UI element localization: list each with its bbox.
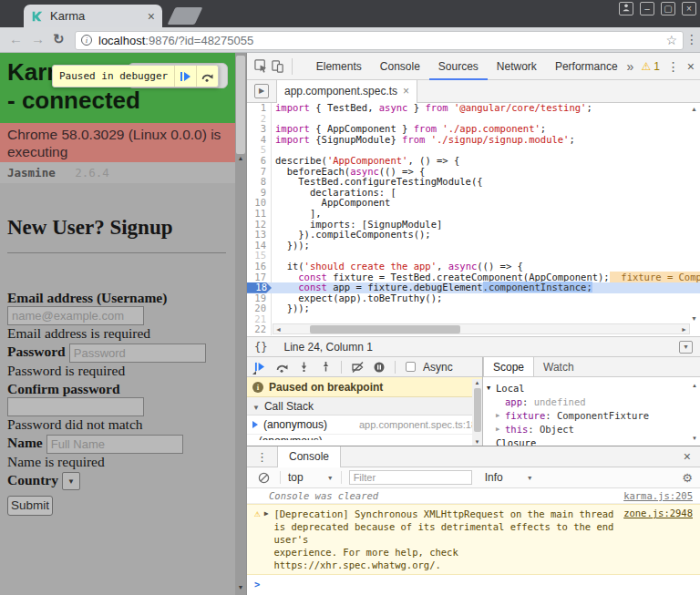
devtools-tab-performance[interactable]: Performance xyxy=(546,53,627,80)
line-number[interactable]: 16 xyxy=(247,262,272,272)
forward-icon[interactable]: → xyxy=(31,31,45,46)
file-tab[interactable]: app.component.spec.ts× xyxy=(276,80,417,103)
overlay-step-over-button[interactable] xyxy=(196,66,218,87)
minimize-icon[interactable]: – xyxy=(640,2,654,15)
browser-menu-icon[interactable]: ⋮ xyxy=(685,32,698,46)
scroll-up-icon[interactable]: ▲ xyxy=(691,106,697,112)
code-text[interactable]: import { TestBed, async } from '@angular… xyxy=(272,103,592,114)
page-scrollbar[interactable]: ▲ ▼ xyxy=(235,53,246,595)
scope-section-local[interactable]: ▼Local xyxy=(487,381,700,395)
confirm-password-field[interactable] xyxy=(7,397,144,416)
overlay-resume-button[interactable] xyxy=(174,66,196,87)
code-text[interactable]: import {SignupModule} from './signup/sig… xyxy=(272,135,575,146)
tab-scope[interactable]: Scope xyxy=(483,357,534,376)
scroll-down-icon[interactable]: ▼ xyxy=(691,315,697,322)
panel-toggle-icon[interactable]: ▼ xyxy=(679,341,693,354)
close-icon[interactable]: × xyxy=(682,2,696,15)
line-number[interactable]: 4 xyxy=(247,135,272,146)
scroll-right-icon[interactable]: ► xyxy=(681,326,687,333)
line-number[interactable]: 22 xyxy=(247,324,272,335)
console-tab[interactable]: Console xyxy=(277,446,341,467)
devtools-tab-network[interactable]: Network xyxy=(488,53,546,80)
console-settings-gear-icon[interactable]: ⚙ xyxy=(682,471,693,485)
line-number[interactable]: 8 xyxy=(247,177,272,188)
show-navigator-icon[interactable]: ▶ xyxy=(254,84,269,98)
step-over-button[interactable] xyxy=(273,360,291,374)
drawer-close-icon[interactable]: × xyxy=(684,449,700,464)
line-number[interactable]: 7 xyxy=(247,167,272,178)
country-select[interactable]: ▼ xyxy=(62,472,80,490)
expand-icon[interactable]: ▶ xyxy=(496,426,505,433)
device-toolbar-icon[interactable] xyxy=(269,57,285,76)
devtools-tab-elements[interactable]: Elements xyxy=(307,53,371,80)
reload-icon[interactable]: ↻ xyxy=(53,31,65,47)
call-stack-scrollbar[interactable]: ▲ ▼ xyxy=(472,379,482,446)
log-level-selector[interactable]: Info▼ xyxy=(485,471,533,484)
drawer-menu-icon[interactable]: ⋮ xyxy=(247,450,277,464)
scroll-up-icon[interactable]: ▲ xyxy=(235,155,246,161)
line-number[interactable]: 1 xyxy=(247,103,272,114)
scope-variable[interactable]: ▶fixture: ComponentFixture xyxy=(487,408,700,422)
name-field[interactable] xyxy=(46,435,183,454)
console-prompt[interactable]: > xyxy=(247,575,700,591)
expand-icon[interactable]: ▶ xyxy=(264,509,269,571)
line-number[interactable]: 2 xyxy=(247,114,272,125)
call-stack-frame[interactable]: (anonymous) xyxy=(247,434,482,440)
devtools-menu-icon[interactable]: ⋮ xyxy=(667,59,680,74)
bookmark-star-icon[interactable]: ☆ xyxy=(665,33,677,47)
inspect-element-icon[interactable] xyxy=(252,57,269,76)
call-stack-header[interactable]: ▼Call Stack xyxy=(247,397,482,415)
devtools-close-icon[interactable]: × xyxy=(687,59,695,74)
source-link[interactable]: karma.js:205 xyxy=(623,490,693,501)
scroll-left-icon[interactable]: ◄ xyxy=(275,326,282,333)
scrollbar-thumb[interactable] xyxy=(474,388,481,432)
expand-icon[interactable]: ▶ xyxy=(496,412,505,419)
devtools-tab-console[interactable]: Console xyxy=(371,53,429,80)
user-icon[interactable] xyxy=(619,2,633,15)
call-stack-frame[interactable]: (anonymous)app.component.spec.ts:18 xyxy=(247,415,482,434)
file-tab-close-icon[interactable]: × xyxy=(403,85,409,97)
resume-button[interactable] xyxy=(251,360,269,374)
more-tabs-icon[interactable]: » xyxy=(627,59,634,74)
editor-horizontal-scrollbar[interactable]: ◄ ► xyxy=(273,323,690,334)
pause-on-exceptions-button[interactable] xyxy=(370,360,388,374)
step-out-button[interactable] xyxy=(316,360,335,374)
email-field[interactable] xyxy=(7,306,144,325)
submit-button[interactable]: Submit xyxy=(7,496,53,516)
line-number[interactable]: 11 xyxy=(247,209,272,220)
devtools-tab-sources[interactable]: Sources xyxy=(429,53,488,80)
address-bar[interactable]: i localhost :9876/?id=48275055 ☆ xyxy=(75,31,684,50)
whatwg-link[interactable]: https://xhr.spec.whatwg.org/ xyxy=(273,559,435,570)
code-editor[interactable]: 1import { TestBed, async } from '@angula… xyxy=(247,103,700,336)
tab-watch[interactable]: Watch xyxy=(534,357,583,376)
async-checkbox[interactable] xyxy=(406,362,416,372)
scroll-up-icon[interactable]: ▲ xyxy=(472,380,482,385)
back-icon[interactable]: ← xyxy=(9,31,23,46)
scrollbar-thumb[interactable] xyxy=(236,56,245,154)
code-text[interactable]: })); xyxy=(272,303,310,314)
line-number[interactable]: 3 xyxy=(247,124,272,135)
scope-variable[interactable]: ▶this: Object xyxy=(487,422,700,436)
scroll-up-icon[interactable]: ▲ xyxy=(692,383,697,388)
clear-console-icon[interactable] xyxy=(254,468,273,487)
line-number[interactable]: 5 xyxy=(247,145,272,156)
pretty-print-button[interactable]: {} xyxy=(254,341,267,354)
line-number[interactable]: 6 xyxy=(247,156,272,167)
scroll-down-icon[interactable]: ▼ xyxy=(235,584,246,590)
scroll-down-icon[interactable]: ▼ xyxy=(692,436,697,441)
source-link[interactable]: zone.js:2948 xyxy=(623,508,693,571)
scrollbar-thumb[interactable] xyxy=(310,325,460,333)
console-filter-input[interactable] xyxy=(349,470,472,485)
step-into-button[interactable] xyxy=(294,360,313,374)
deactivate-breakpoints-button[interactable] xyxy=(348,360,366,374)
browser-tab-karma[interactable]: Karma × xyxy=(24,5,162,27)
new-tab-button[interactable] xyxy=(168,7,203,25)
code-text[interactable]: })); xyxy=(272,241,310,251)
scope-variable[interactable]: app: undefined xyxy=(487,395,700,408)
tab-close-icon[interactable]: × xyxy=(148,10,155,23)
context-selector[interactable]: top▼ xyxy=(288,471,334,484)
frame-location[interactable]: app.component.spec.ts:18 xyxy=(359,419,477,430)
scope-section-closure[interactable]: Closure xyxy=(487,436,700,446)
scroll-down-icon[interactable]: ▼ xyxy=(472,439,482,445)
line-number[interactable]: 13 xyxy=(247,230,272,241)
